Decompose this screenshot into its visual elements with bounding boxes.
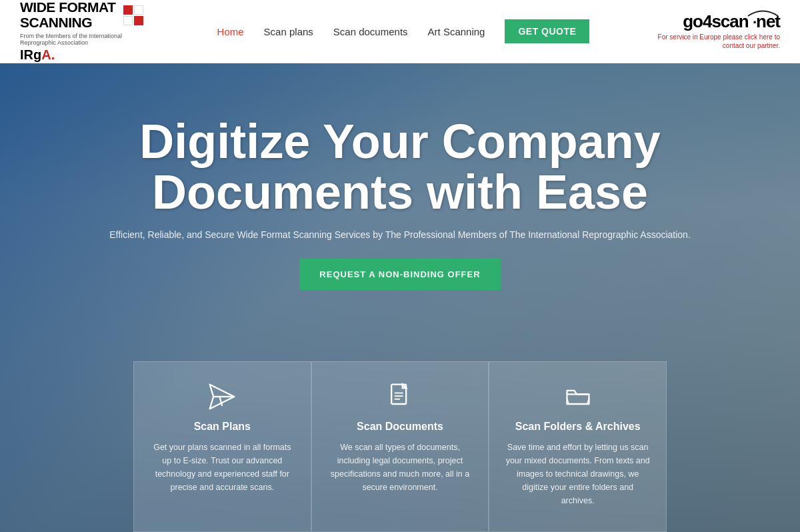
nav-home[interactable]: Home	[217, 26, 244, 37]
main-nav: Home Scan plans Scan documents Art Scann…	[217, 19, 590, 43]
logo-cell-2	[134, 5, 143, 15]
folder-icon	[563, 382, 593, 411]
partner-logo-wrapper: go4scan ·net	[683, 13, 780, 30]
partner-subtext: For service in Europe please click here …	[653, 33, 780, 51]
card-scan-folders-title: Scan Folders & Archives	[505, 421, 650, 433]
get-quote-button[interactable]: GET QUOTE	[505, 19, 589, 43]
logo-cell-1	[123, 5, 133, 15]
hero-section: Digitize Your Company Documents with Eas…	[0, 63, 800, 532]
card-scan-documents: Scan Documents We scan all types of docu…	[311, 361, 489, 532]
irga-label: IRgA.	[20, 47, 153, 63]
partner-box[interactable]: go4scan ·net For service in Europe pleas…	[653, 13, 780, 51]
logo-top: WIDE FORMATSCANNING	[20, 0, 153, 29]
hero-title-line2: Documents with Ease	[152, 165, 648, 219]
card-scan-plans: Scan Plans Get your plans scanned in all…	[133, 361, 311, 532]
hero-title: Digitize Your Company Documents with Eas…	[0, 117, 800, 217]
card-scan-documents-title: Scan Documents	[328, 421, 473, 433]
logo-tagline: From the Members of the International Re…	[20, 33, 153, 46]
paper-plane-icon	[207, 382, 237, 411]
logo-area: WIDE FORMATSCANNING From the Members of …	[20, 0, 153, 62]
hero-title-line1: Digitize Your Company	[139, 115, 660, 168]
card-scan-folders-desc: Save time and effort by letting us scan …	[505, 441, 650, 507]
nav-art-scanning[interactable]: Art Scanning	[428, 26, 485, 37]
hero-cta-button[interactable]: REQUEST A NON-BINDING OFFER	[299, 259, 500, 290]
brand-name: WIDE FORMATSCANNING	[20, 0, 115, 29]
card-scan-plans-desc: Get your plans scanned in all formats up…	[150, 441, 295, 494]
hero-subtitle: Efficient, Reliable, and Secure Wide For…	[0, 229, 800, 240]
logo-cell-3	[123, 16, 133, 25]
nav-scan-documents[interactable]: Scan documents	[333, 26, 408, 37]
card-scan-documents-desc: We scan all types of documents, includin…	[328, 441, 473, 494]
card-scan-folders: Scan Folders & Archives Save time and ef…	[489, 361, 667, 532]
site-header: WIDE FORMATSCANNING From the Members of …	[0, 0, 800, 63]
nav-scan-plans[interactable]: Scan plans	[264, 26, 313, 37]
hero-content: Digitize Your Company Documents with Eas…	[0, 63, 800, 290]
document-icon	[385, 382, 415, 411]
logo-cell-4	[134, 16, 143, 25]
partner-arc-icon	[745, 6, 781, 18]
card-scan-plans-title: Scan Plans	[150, 421, 295, 433]
service-cards: Scan Plans Get your plans scanned in all…	[133, 361, 667, 532]
logo-grid	[123, 5, 143, 25]
